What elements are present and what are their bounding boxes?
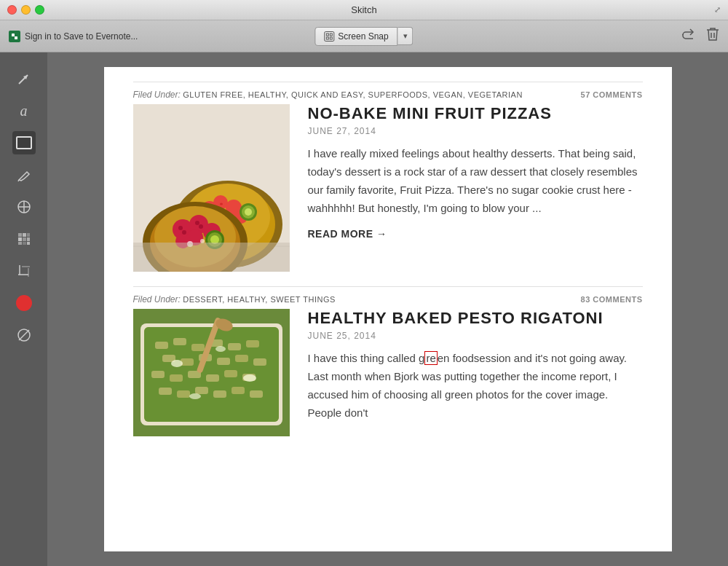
fruit-pizza-image <box>133 104 290 272</box>
post2-filed-under: Filed Under: DESSERT, HEALTHY, SWEET THI… <box>133 294 336 304</box>
post1-title[interactable]: NO-BAKE MINI FRUIT PIZZAS <box>308 104 643 123</box>
sidebar: a <box>0 52 47 566</box>
svg-point-59 <box>187 241 193 247</box>
post2-meta-row: Filed Under: DESSERT, HEALTHY, SWEET THI… <box>133 286 643 304</box>
dropdown-arrow: ▾ <box>403 31 408 40</box>
pixelate-tool[interactable] <box>12 227 36 251</box>
post1-comments[interactable]: 57 COMMENTS <box>581 90 643 99</box>
title-bar: Skitch ⤢ <box>0 0 728 20</box>
screen-snap-dropdown[interactable]: ▾ <box>398 27 414 45</box>
post1-read-more[interactable]: READ MORE → <box>308 228 387 240</box>
window-controls <box>7 5 44 15</box>
post1-text: NO-BAKE MINI FRUIT PIZZAS JUNE 27, 2014 … <box>308 104 643 272</box>
svg-point-55 <box>199 224 203 229</box>
blog-content: Filed Under: GLUTEN FREE, HEALTHY, QUICK… <box>104 67 672 551</box>
toolbar: Sign in to Save to Evernote... Screen Sn… <box>0 20 728 52</box>
window-title: Skitch <box>351 4 376 15</box>
svg-rect-5 <box>330 37 332 39</box>
screen-snap-button[interactable]: Screen Snap <box>314 27 397 46</box>
svg-point-54 <box>195 221 199 225</box>
svg-rect-21 <box>23 242 26 245</box>
svg-point-53 <box>182 230 186 235</box>
toolbar-center: Screen Snap ▾ <box>314 27 413 46</box>
filed-label-1: Filed Under: <box>133 90 181 100</box>
svg-point-40 <box>220 203 223 205</box>
record-tool[interactable] <box>12 291 36 315</box>
crop-tool[interactable] <box>12 259 36 283</box>
svg-rect-3 <box>330 34 332 36</box>
rectangle-tool[interactable] <box>12 131 36 154</box>
sign-in-button[interactable]: Sign in to Save to Evernote... <box>25 31 138 42</box>
svg-point-60 <box>200 239 205 243</box>
svg-rect-19 <box>27 237 30 241</box>
svg-point-90 <box>171 360 183 367</box>
svg-rect-4 <box>326 37 328 39</box>
svg-point-43 <box>245 208 252 216</box>
post2-excerpt: I have this thing called green foodsessi… <box>308 350 643 422</box>
svg-point-93 <box>189 393 201 399</box>
post2-title[interactable]: HEALTHY BAKED PESTO RIGATONI <box>308 309 643 328</box>
svg-rect-0 <box>12 34 15 36</box>
svg-rect-2 <box>326 34 328 36</box>
svg-line-28 <box>19 330 29 340</box>
svg-rect-18 <box>23 237 26 241</box>
pesto-rigatoni-image <box>133 309 290 436</box>
post2: HEALTHY BAKED PESTO RIGATONI JUNE 25, 20… <box>133 309 643 436</box>
expand-icon[interactable]: ⤢ <box>714 5 721 15</box>
svg-point-52 <box>178 226 183 230</box>
minimize-button[interactable] <box>21 5 31 15</box>
text-tool-icon: a <box>20 103 28 119</box>
svg-rect-1 <box>15 36 17 39</box>
text-tool[interactable]: a <box>12 99 36 122</box>
post1-excerpt: I have really mixed feelings about healt… <box>308 145 643 217</box>
pen-tool[interactable] <box>12 163 36 186</box>
post2-date: JUNE 25, 2014 <box>308 331 643 341</box>
post2-text: HEALTHY BAKED PESTO RIGATONI JUNE 25, 20… <box>308 309 643 436</box>
post1-categories: GLUTEN FREE, HEALTHY, QUICK AND EASY, SU… <box>183 90 523 99</box>
screen-snap-icon <box>324 31 334 42</box>
svg-point-51 <box>175 234 190 248</box>
post1-date: JUNE 27, 2014 <box>308 126 643 136</box>
maximize-button[interactable] <box>35 5 44 15</box>
trash-button[interactable] <box>706 27 719 45</box>
post2-categories: DESSERT, HEALTHY, SWEET THINGS <box>183 295 336 304</box>
share-button[interactable] <box>680 27 695 45</box>
record-icon <box>16 295 32 311</box>
svg-rect-15 <box>23 233 26 237</box>
rectangle-icon <box>16 136 32 149</box>
svg-rect-17 <box>18 237 22 241</box>
post1: NO-BAKE MINI FRUIT PIZZAS JUNE 27, 2014 … <box>133 104 643 272</box>
post2-image <box>133 309 290 436</box>
highlight-box: re <box>424 351 437 365</box>
svg-point-92 <box>243 374 256 382</box>
svg-line-10 <box>18 180 19 181</box>
evernote-icon <box>9 31 20 42</box>
post1-meta-row: Filed Under: GLUTEN FREE, HEALTHY, QUICK… <box>133 82 643 100</box>
filed-label-2: Filed Under: <box>133 294 181 304</box>
main-area: a <box>0 52 728 566</box>
svg-point-58 <box>210 235 219 244</box>
svg-point-50 <box>187 229 203 245</box>
svg-rect-14 <box>18 233 22 237</box>
screen-snap-label: Screen Snap <box>338 31 388 42</box>
stamp-tool[interactable] <box>12 323 36 347</box>
blur-tool[interactable] <box>12 195 36 219</box>
svg-point-91 <box>215 346 226 352</box>
toolbar-right <box>680 27 719 45</box>
svg-rect-20 <box>18 242 22 245</box>
post1-filed-under: Filed Under: GLUTEN FREE, HEALTHY, QUICK… <box>133 90 523 100</box>
close-button[interactable] <box>7 5 17 15</box>
post1-image <box>133 104 290 272</box>
post2-comments[interactable]: 83 COMMENTS <box>581 295 643 304</box>
content-area[interactable]: Filed Under: GLUTEN FREE, HEALTHY, QUICK… <box>47 52 728 566</box>
toolbar-left: Sign in to Save to Evernote... <box>9 31 138 42</box>
svg-rect-22 <box>27 242 30 245</box>
excerpt-before-highlight: I have this thing called g <box>308 352 425 364</box>
arrow-tool[interactable] <box>12 67 36 90</box>
svg-rect-16 <box>27 233 30 237</box>
